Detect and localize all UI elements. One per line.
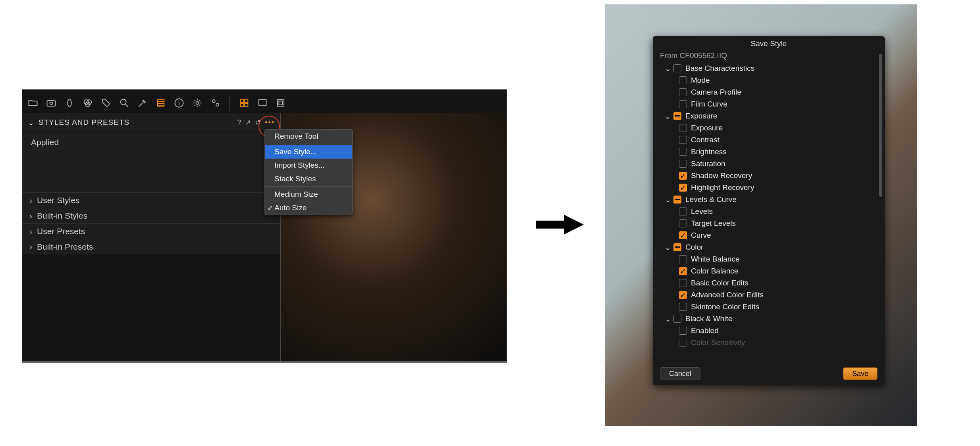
row-builtin-styles[interactable]: ›Built-in Styles bbox=[22, 208, 280, 223]
grid-icon[interactable] bbox=[238, 97, 250, 109]
color-icon[interactable] bbox=[82, 97, 94, 109]
scrollbar[interactable] bbox=[879, 54, 882, 197]
adjust-icon[interactable] bbox=[155, 97, 167, 109]
camera-icon[interactable] bbox=[45, 97, 57, 109]
checkbox[interactable] bbox=[679, 100, 687, 108]
tree-item[interactable]: Color Sensitivity bbox=[660, 337, 878, 349]
tree-item[interactable]: Film Curve bbox=[660, 98, 878, 110]
checkbox[interactable] bbox=[679, 76, 687, 84]
checkbox[interactable] bbox=[679, 136, 687, 144]
checkbox[interactable] bbox=[679, 160, 687, 168]
checkbox[interactable] bbox=[679, 303, 687, 311]
panel-title: STYLES AND PRESETS bbox=[39, 118, 129, 127]
gears-icon[interactable] bbox=[210, 97, 222, 109]
tree-item[interactable]: Enabled bbox=[660, 325, 878, 337]
chevron-down-icon[interactable]: ⌄ bbox=[28, 118, 35, 127]
checkbox[interactable] bbox=[679, 339, 687, 347]
tree-item[interactable]: Contrast bbox=[660, 134, 878, 146]
tree-item[interactable]: ✓Color Balance bbox=[660, 265, 878, 277]
more-icon[interactable]: ••• bbox=[265, 118, 275, 127]
applied-label: Applied bbox=[22, 132, 280, 153]
row-user-styles[interactable]: ›User Styles bbox=[22, 192, 280, 208]
checkbox[interactable]: ✓ bbox=[679, 172, 687, 180]
checkbox[interactable] bbox=[679, 207, 687, 215]
menu-item[interactable]: Remove Tool bbox=[265, 130, 352, 143]
checkbox[interactable] bbox=[679, 327, 687, 335]
tree-item[interactable]: ✓Highlight Recovery bbox=[660, 182, 878, 194]
crop-icon[interactable] bbox=[275, 97, 287, 109]
checkbox[interactable] bbox=[679, 124, 687, 132]
tree-item[interactable]: Skintone Color Edits bbox=[660, 301, 878, 313]
tree-item[interactable]: ✓Curve bbox=[660, 229, 878, 241]
tree-item[interactable]: ✓Shadow Recovery bbox=[660, 170, 878, 182]
checkbox[interactable] bbox=[679, 148, 687, 156]
checkbox[interactable] bbox=[679, 255, 687, 263]
tree-item[interactable]: Levels bbox=[660, 206, 878, 217]
tree-item[interactable]: Mode bbox=[660, 74, 878, 86]
svg-rect-13 bbox=[245, 99, 248, 103]
chevron-down-icon[interactable]: ⌄ bbox=[665, 112, 669, 121]
folder-icon[interactable] bbox=[27, 97, 39, 109]
menu-item[interactable]: Medium Size bbox=[265, 188, 352, 201]
tree-group[interactable]: ⌄Levels & Curve bbox=[660, 194, 878, 206]
checkbox[interactable] bbox=[679, 279, 687, 287]
checkbox[interactable] bbox=[679, 88, 687, 96]
menu-item[interactable]: Import Styles... bbox=[265, 159, 352, 172]
tree-item[interactable]: Exposure bbox=[660, 122, 878, 134]
menu-item[interactable]: Save Style... bbox=[265, 145, 352, 159]
search-icon[interactable] bbox=[118, 97, 130, 109]
item-label: Target Levels bbox=[691, 219, 736, 228]
checkbox[interactable] bbox=[673, 112, 681, 120]
reset-icon[interactable]: ↺ bbox=[255, 118, 261, 127]
chevron-down-icon[interactable]: ⌄ bbox=[665, 195, 669, 204]
checkbox[interactable] bbox=[673, 196, 681, 204]
tag-icon[interactable] bbox=[100, 97, 112, 109]
cancel-button[interactable]: Cancel bbox=[660, 367, 700, 380]
tree-item[interactable]: Basic Color Edits bbox=[660, 277, 878, 289]
checkbox[interactable]: ✓ bbox=[679, 231, 687, 239]
chevron-right-icon: › bbox=[29, 242, 32, 252]
tree-item[interactable]: White Balance bbox=[660, 253, 878, 265]
tree-item[interactable]: Target Levels bbox=[660, 217, 878, 229]
item-label: Film Curve bbox=[691, 100, 727, 109]
tree-item[interactable]: Brightness bbox=[660, 146, 878, 158]
tree-group[interactable]: ⌄Base Characteristics bbox=[660, 62, 878, 74]
checkbox[interactable] bbox=[673, 64, 681, 72]
tree-group[interactable]: ⌄Color bbox=[660, 241, 878, 253]
menu-item[interactable]: Stack Styles bbox=[265, 172, 352, 186]
item-label: Exposure bbox=[691, 124, 723, 132]
save-button[interactable]: Save bbox=[843, 367, 878, 380]
row-builtin-presets[interactable]: ›Built-in Presets bbox=[22, 239, 280, 254]
item-label: Camera Profile bbox=[691, 88, 741, 97]
checkbox[interactable] bbox=[673, 243, 681, 251]
lens-icon[interactable] bbox=[64, 97, 75, 109]
left-app-window: ⌄ STYLES AND PRESETS ? ↗ ↺ ••• Applied ›… bbox=[22, 89, 507, 363]
info-icon[interactable] bbox=[173, 97, 185, 109]
svg-point-11 bbox=[216, 103, 219, 106]
tree-group[interactable]: ⌄Exposure bbox=[660, 110, 878, 122]
eyedropper-icon[interactable] bbox=[137, 97, 149, 109]
help-icon[interactable]: ? bbox=[237, 118, 241, 127]
tree-item[interactable]: Camera Profile bbox=[660, 86, 878, 98]
svg-point-10 bbox=[212, 100, 215, 103]
row-user-presets[interactable]: ›User Presets bbox=[22, 223, 280, 239]
chevron-down-icon[interactable]: ⌄ bbox=[665, 314, 669, 324]
expand-icon[interactable]: ↗ bbox=[245, 118, 251, 127]
item-label: Skintone Color Edits bbox=[691, 303, 759, 311]
checkbox[interactable] bbox=[673, 315, 681, 323]
checkbox[interactable]: ✓ bbox=[679, 291, 687, 299]
screen-icon[interactable] bbox=[257, 97, 268, 109]
tree-item[interactable]: ✓Advanced Color Edits bbox=[660, 289, 878, 301]
checkbox[interactable]: ✓ bbox=[679, 267, 687, 275]
chevron-down-icon[interactable]: ⌄ bbox=[665, 243, 669, 252]
tree-item[interactable]: Saturation bbox=[660, 158, 878, 170]
chevron-down-icon[interactable]: ⌄ bbox=[665, 64, 669, 73]
menu-item[interactable]: ✓Auto Size bbox=[265, 201, 352, 215]
item-label: Shadow Recovery bbox=[691, 171, 752, 180]
tree-group[interactable]: ⌄Black & White bbox=[660, 313, 878, 325]
checkbox[interactable]: ✓ bbox=[679, 184, 687, 192]
checkbox[interactable] bbox=[679, 219, 687, 227]
item-label: Highlight Recovery bbox=[691, 183, 754, 192]
item-label: Levels bbox=[691, 207, 713, 216]
gear-icon[interactable] bbox=[191, 97, 203, 109]
